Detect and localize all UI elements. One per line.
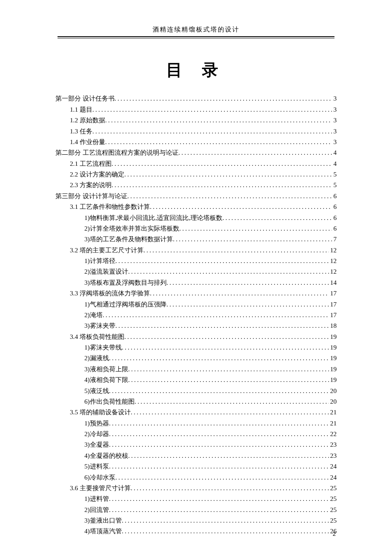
toc-entry: 4)塔顶蒸汽管26 <box>55 526 337 536</box>
toc-entry-page: 20 <box>329 396 337 407</box>
toc-entry-page: 14 <box>329 277 337 288</box>
toc-entry-label: 1)雾沫夹带线 <box>84 342 122 353</box>
toc-entry-label: 3.3 浮阀塔板的流体力学验算 <box>70 288 150 298</box>
toc-entry: 3.1 工艺条件和物性参数计算6 <box>55 201 337 212</box>
toc-entry: 2.3 方案的说明5 <box>55 179 337 190</box>
toc-dot-leader <box>135 396 329 407</box>
toc-entry-label: 1)预热器 <box>84 418 109 428</box>
toc-dot-leader <box>109 504 329 515</box>
toc-dot-leader <box>179 147 332 158</box>
toc-entry: 5)液泛线20 <box>55 385 337 396</box>
toc-entry-label: 6)冷却水泵 <box>84 472 115 483</box>
toc-entry: 1.4 作业份量3 <box>55 136 337 147</box>
toc-entry-page: 6 <box>332 201 337 212</box>
toc-entry-label: 1.2 原始数据 <box>70 115 105 125</box>
toc-entry-label: 3.2 塔的主要工艺尺寸计算 <box>70 245 144 255</box>
toc-entry-page: 19 <box>329 364 337 374</box>
toc-entry: 1.2 原始数据3 <box>55 115 337 125</box>
toc-entry-label: 3.6 主要接管尺寸计算 <box>70 483 131 493</box>
toc-entry-label: 2.3 方案的说明 <box>70 179 112 190</box>
toc-dot-leader <box>105 136 332 147</box>
toc-entry: 1)进料管25 <box>55 493 337 504</box>
toc-dot-leader <box>127 191 332 201</box>
toc-entry: 2.1 工艺流程图4 <box>55 158 337 169</box>
toc-title: 目 录 <box>55 59 337 81</box>
toc-entry-page: 19 <box>329 342 337 353</box>
toc-entry-page: 6 <box>332 223 337 234</box>
toc-entry: 3.3 浮阀塔板的流体力学验算17 <box>55 288 337 298</box>
toc-entry-label: 2)漏液线 <box>84 353 109 363</box>
toc-entry-label: 2)回流管 <box>84 504 109 515</box>
toc-entry-label: 2)淹塔 <box>84 309 103 320</box>
toc-dot-leader <box>115 320 329 331</box>
toc-dot-leader <box>115 255 329 266</box>
toc-entry: 3.6 主要接管尺寸计算25 <box>55 483 337 493</box>
toc-entry-page: 4 <box>332 158 337 169</box>
toc-entry-page: 17 <box>329 288 337 298</box>
toc-dot-leader <box>115 93 332 104</box>
toc-dot-leader <box>124 331 329 342</box>
header-underline <box>58 36 334 38</box>
toc-entry-page: 21 <box>329 418 337 428</box>
toc-entry-label: 4)液相负荷下限 <box>84 374 128 385</box>
toc-entry: 3)液相负荷上限19 <box>55 364 337 374</box>
toc-dot-leader <box>128 450 329 461</box>
toc-entry-page: 19 <box>329 353 337 363</box>
toc-entry: 第三部分 设计计算与论证6 <box>55 191 337 201</box>
toc-entry-page: 6 <box>332 191 337 201</box>
toc-entry-label: 2)溢流装置设计 <box>84 266 128 277</box>
toc-entry: 1)雾沫夹带线19 <box>55 342 337 353</box>
toc-dot-leader <box>103 309 329 320</box>
toc-entry: 3.5 塔的辅助设备设计21 <box>55 407 337 417</box>
toc-dot-leader <box>150 288 329 298</box>
toc-dot-leader <box>222 212 332 223</box>
toc-entry-page: 3 <box>332 136 337 147</box>
toc-dot-leader <box>105 115 332 125</box>
toc-entry-page: 17 <box>329 309 337 320</box>
toc-entry: 1)物料衡算,求最小回流比,适宜回流比,理论塔板数6 <box>55 212 337 223</box>
toc-dot-leader <box>131 407 329 417</box>
toc-entry-page: 25 <box>329 493 337 504</box>
toc-dot-leader <box>128 266 329 277</box>
toc-entry: 4)液相负荷下限19 <box>55 374 337 385</box>
toc-entry-page: 17 <box>329 299 337 309</box>
toc-entry: 6)作出负荷性能图20 <box>55 396 337 407</box>
toc-entry: 2)淹塔17 <box>55 309 337 320</box>
toc-dot-leader <box>109 353 329 363</box>
toc-entry-label: 1)进料管 <box>84 493 109 504</box>
toc-entry-label: 1.4 作业份量 <box>70 136 105 147</box>
toc-entry-page: 7 <box>332 234 337 244</box>
toc-dot-leader <box>144 245 329 255</box>
toc-dot-leader <box>109 418 329 428</box>
toc-entry-page: 6 <box>332 212 337 223</box>
toc-entry-page: 24 <box>329 461 337 471</box>
toc-dot-leader <box>109 493 329 504</box>
toc-entry-page: 22 <box>329 428 337 439</box>
toc-dot-leader <box>109 385 329 396</box>
toc-entry-label: 5)进料泵 <box>84 461 109 471</box>
toc-entry-label: 2.1 工艺流程图 <box>70 158 112 169</box>
toc-entry: 第一部分 设计任务书3 <box>55 93 337 104</box>
toc-entry-page: 12 <box>329 245 337 255</box>
toc-entry: 6)冷却水泵24 <box>55 472 337 483</box>
toc-dot-leader <box>122 526 329 536</box>
toc-entry-label: 第二部分 工艺流程图流程方案的说明与论证 <box>55 147 179 158</box>
toc-entry-label: 2)冷却器 <box>84 428 109 439</box>
toc-entry-page: 23 <box>329 439 337 450</box>
toc-entry: 2.2 设计方案的确定5 <box>55 169 337 179</box>
table-of-contents: 第一部分 设计任务书31.1 题目31.2 原始数据31.3 任务31.4 作业… <box>55 93 337 536</box>
toc-entry: 3)雾沫夹带18 <box>55 320 337 331</box>
toc-dot-leader <box>109 461 329 471</box>
toc-dot-leader <box>109 439 329 450</box>
toc-dot-leader <box>112 158 332 169</box>
toc-entry-page: 23 <box>329 450 337 461</box>
toc-dot-leader <box>179 223 332 234</box>
toc-entry-label: 6)作出负荷性能图 <box>84 396 135 407</box>
toc-dot-leader <box>109 428 329 439</box>
toc-entry-page: 3 <box>332 126 337 136</box>
toc-entry-label: 3)釜液出口管 <box>84 515 122 526</box>
toc-entry-label: 1)气相通过浮阀塔板的压强降 <box>84 299 167 309</box>
toc-entry: 第二部分 工艺流程图流程方案的说明与论证4 <box>55 147 337 158</box>
toc-entry: 1)预热器21 <box>55 418 337 428</box>
toc-entry-label: 4)全凝器的校核 <box>84 450 128 461</box>
